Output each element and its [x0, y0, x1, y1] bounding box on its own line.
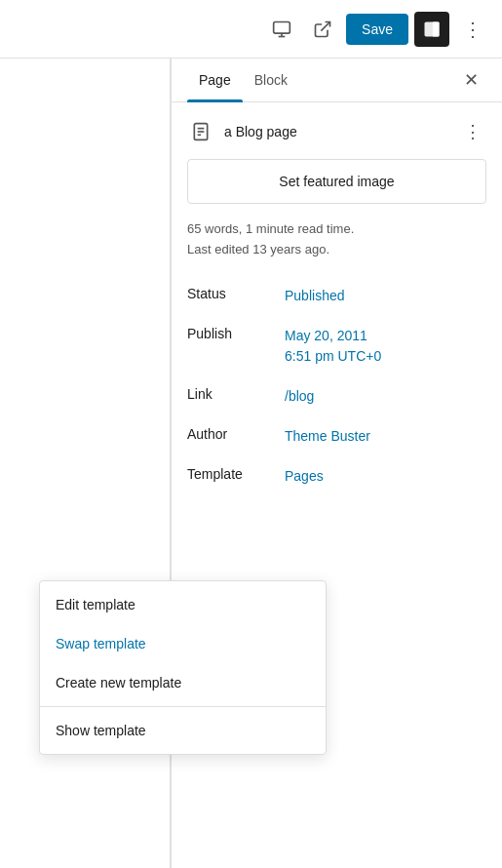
author-row: Author Theme Buster — [187, 416, 486, 456]
dropdown-section-1: Edit template Swap template Create new t… — [40, 581, 326, 706]
sidebar-tabs: Page Block ✕ — [172, 59, 502, 102]
external-link-icon-button[interactable] — [305, 12, 340, 47]
status-value[interactable]: Published — [285, 286, 345, 306]
link-row: Link /blog — [187, 376, 486, 416]
properties-list: Status Published Publish May 20, 2011 6:… — [187, 276, 486, 496]
author-label: Author — [187, 426, 285, 442]
link-value[interactable]: /blog — [285, 386, 314, 407]
status-row: Status Published — [187, 276, 486, 316]
panel-toggle-button[interactable] — [414, 12, 449, 47]
page-name: a Blog page — [224, 124, 297, 139]
more-options-icon[interactable]: ⋮ — [455, 12, 490, 47]
set-featured-image-button[interactable]: Set featured image — [187, 159, 486, 204]
toolbar: Save ⋮ — [0, 0, 502, 59]
tab-block[interactable]: Block — [243, 59, 299, 101]
template-value[interactable]: Pages — [285, 466, 324, 487]
svg-rect-0 — [274, 21, 290, 33]
svg-rect-5 — [433, 21, 440, 36]
publish-value[interactable]: May 20, 2011 6:51 pm UTC+0 — [285, 326, 381, 367]
create-new-template-item[interactable]: Create new template — [40, 663, 326, 702]
page-header: a Blog page ⋮ — [187, 118, 486, 145]
page-more-button[interactable]: ⋮ — [459, 118, 486, 145]
svg-line-3 — [321, 21, 329, 30]
show-template-item[interactable]: Show template — [40, 711, 326, 750]
edit-template-item[interactable]: Edit template — [40, 585, 326, 624]
template-row: Template Pages — [187, 456, 486, 496]
template-label: Template — [187, 466, 285, 482]
close-sidebar-button[interactable]: ✕ — [455, 64, 486, 96]
swap-template-item[interactable]: Swap template — [40, 624, 326, 663]
last-edited: Last edited 13 years ago. — [187, 240, 486, 260]
page-header-left: a Blog page — [187, 118, 297, 145]
publish-row: Publish May 20, 2011 6:51 pm UTC+0 — [187, 316, 486, 376]
dropdown-section-2: Show template — [40, 706, 326, 754]
save-button[interactable]: Save — [346, 14, 408, 45]
word-count: 65 words, 1 minute read time. — [187, 219, 486, 240]
link-label: Link — [187, 386, 285, 402]
publish-time: 6:51 pm UTC+0 — [285, 348, 381, 364]
template-dropdown-menu: Edit template Swap template Create new t… — [39, 580, 327, 755]
author-value[interactable]: Theme Buster — [285, 426, 370, 447]
monitor-icon-button[interactable] — [264, 12, 299, 47]
meta-info: 65 words, 1 minute read time. Last edite… — [187, 219, 486, 260]
publish-date: May 20, 2011 — [285, 328, 367, 343]
publish-label: Publish — [187, 326, 285, 341]
status-label: Status — [187, 286, 285, 301]
tab-page[interactable]: Page — [187, 59, 243, 101]
page-document-icon — [187, 118, 214, 145]
